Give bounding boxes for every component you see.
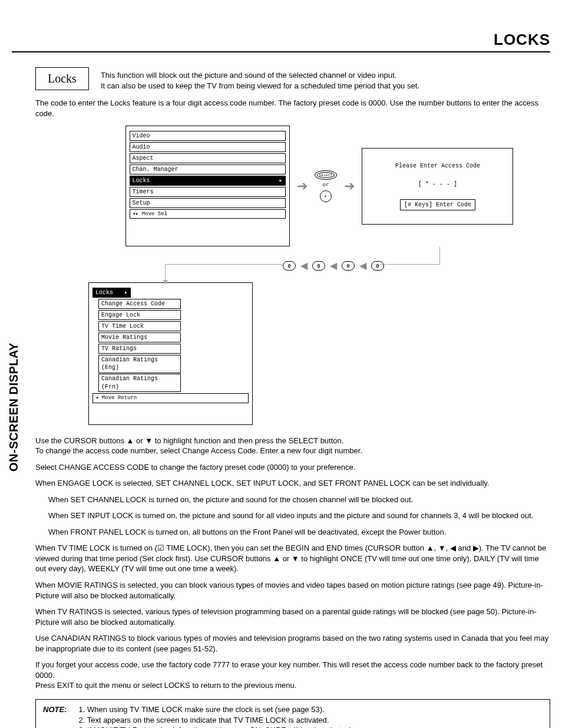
arrow-down-icon: ▼ — [161, 276, 170, 288]
access-line-3: [# Keys] Enter Code — [400, 199, 475, 211]
osd-item-audio: Audio — [130, 142, 286, 153]
p3b: When SET INPUT LOCK is turned on, the pi… — [48, 510, 550, 521]
osd2-change-access-code: Change Access Code — [98, 299, 181, 309]
remote-buttons: SELECT or ▸ — [315, 170, 338, 203]
osd2-engage-lock: Engage Lock — [98, 310, 181, 321]
intro-line-2: It can also be used to keep the TV from … — [101, 81, 419, 91]
access-line-2: [ * - - - ] — [418, 180, 457, 189]
osd2-canadian-eng: Canadian Ratings (Eng) — [98, 355, 181, 373]
note-1: 1. When using TV TIME LOCK make sure the… — [78, 704, 352, 715]
key-0: 0 — [312, 261, 325, 271]
arrow-left-icon: ◀ — [359, 259, 366, 272]
p5: When MOVIE RATINGS is selected, you can … — [35, 580, 550, 601]
osd2-tv-ratings: TV Ratings — [98, 344, 181, 354]
osd2-footer: ◂ Move Return — [92, 393, 249, 403]
or-label: or — [323, 182, 329, 189]
note-box: NOTE: 1. When using TV TIME LOCK make su… — [35, 699, 550, 728]
section-title-box: Locks — [35, 67, 89, 90]
select-button: SELECT — [315, 170, 338, 180]
intro-line-1: This function will block out the picture… — [101, 70, 419, 81]
key-0: 0 — [342, 261, 355, 271]
osd-item-aspect: Aspect — [130, 153, 286, 164]
p3: When ENGAGE LOCK is selected, SET CHANNE… — [35, 478, 550, 489]
osd2-movie-ratings: Movie Ratings — [98, 332, 181, 343]
key-0: 0 — [283, 261, 296, 271]
intro-text: This function will block out the picture… — [101, 67, 419, 91]
osd2-canadian-frn: Canadian Ratings (Frn) — [98, 374, 181, 392]
osd-locks-menu: Locks▸ Change Access Code Engage Lock TV… — [88, 282, 253, 424]
p1b: To change the access code number, select… — [35, 446, 362, 455]
p8: If you forget your access code, use the … — [35, 660, 543, 680]
key-sequence: 0 ◀ 0 ◀ 0 ◀ 0 — [283, 259, 384, 272]
key-0: 0 — [371, 261, 384, 271]
page-header: LOCKS — [12, 29, 550, 52]
access-line-1: Please Enter Access Code — [395, 162, 480, 170]
diagram-row-1: Video Audio Aspect Chan. Manager Locks▸ … — [88, 126, 550, 246]
note-2: 2. Text appears on the screen to indicat… — [78, 715, 352, 726]
p2: Select CHANGE ACCESS CODE to change the … — [35, 462, 550, 473]
osd2-tv-time-lock: TV Time Lock — [98, 321, 181, 332]
p9: Press EXIT to quit the menu or select LO… — [35, 681, 296, 690]
access-code-screen: Please Enter Access Code [ * - - - ] [# … — [362, 148, 513, 225]
body-text: Use the CURSOR buttons ▲ or ▼ to highlig… — [35, 436, 550, 691]
intro-row: Locks This function will block out the p… — [35, 67, 550, 91]
play-button: ▸ — [320, 190, 332, 202]
osd2-header: Locks▸ — [92, 288, 131, 298]
p7: Use CANADIAN RATINGS to block various ty… — [35, 633, 550, 654]
note-3: 3. If MOVIE/TV Ratings Lock function set… — [78, 725, 352, 728]
connector-row: ▼ 0 ◀ 0 ◀ 0 ◀ 0 — [88, 250, 513, 282]
arrow-right-icon: ➔ — [297, 177, 308, 195]
osd-item-timers: Timers — [130, 187, 286, 197]
p3c: When FRONT PANEL LOCK is turned on, all … — [48, 527, 550, 538]
p6: When TV RATINGS is selected, various typ… — [35, 607, 550, 627]
note-label: NOTE: — [43, 704, 67, 728]
osd-item-chan-manager: Chan. Manager — [130, 164, 286, 175]
p1a: Use the CURSOR buttons ▲ or ▼ to highlig… — [35, 436, 343, 445]
preamble-text: The code to enter the Locks feature is a… — [35, 98, 550, 118]
p3a: When SET CHANNEL LOCK is turned on, the … — [48, 495, 550, 505]
arrow-left-icon: ◀ — [300, 259, 308, 272]
osd-main-menu: Video Audio Aspect Chan. Manager Locks▸ … — [125, 126, 290, 246]
osd-item-setup: Setup — [130, 198, 286, 209]
p4: When TV TIME LOCK is turned on (☑ TIME L… — [35, 543, 550, 574]
arrow-left-icon: ◀ — [330, 259, 337, 272]
arrow-right-icon: ➔ — [344, 177, 355, 195]
side-tab: ON-SCREEN DISPLAY — [6, 342, 22, 472]
osd-footer: ◂▸ Move Sel — [130, 209, 286, 219]
page-title: LOCKS — [12, 29, 550, 50]
osd-item-video: Video — [130, 131, 286, 141]
osd-item-locks: Locks▸ — [130, 176, 286, 186]
